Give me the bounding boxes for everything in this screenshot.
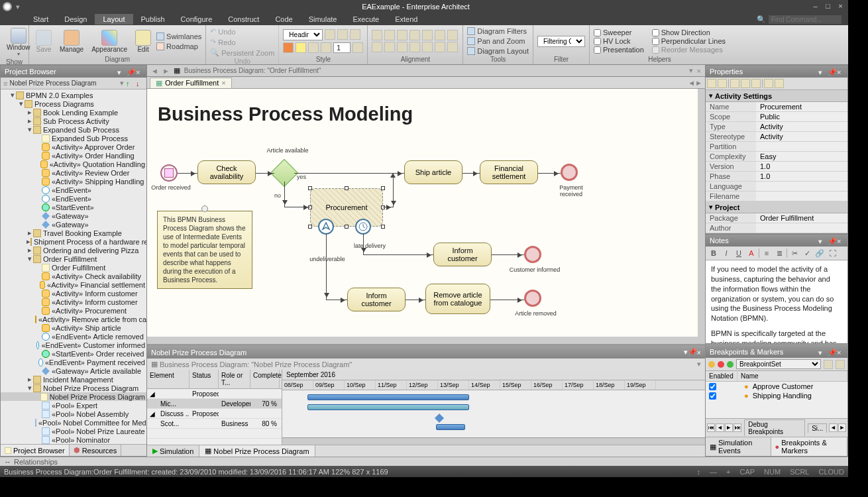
- props-tb-3-icon[interactable]: [730, 79, 739, 88]
- notes-text[interactable]: If you need to model the activity of a b…: [706, 260, 847, 343]
- space-v-icon[interactable]: [384, 42, 395, 52]
- props-row[interactable]: Version1.0: [706, 162, 847, 172]
- tree-node[interactable]: «Activity» Procurement: [1, 306, 146, 315]
- manage-button[interactable]: Manage: [57, 28, 86, 54]
- bp-btn1-icon[interactable]: [708, 361, 715, 368]
- col-complete[interactable]: Complete: [250, 370, 280, 388]
- swimlanes-button[interactable]: Swimlanes: [156, 32, 201, 41]
- tree-node[interactable]: «EndEvent» Payment received: [1, 358, 146, 366]
- italic-icon[interactable]: I: [721, 248, 732, 258]
- tab-debug-breakpoints[interactable]: Debug Breakpoints: [744, 419, 805, 436]
- tree-node[interactable]: «EndEvent»: [1, 186, 146, 194]
- col-status[interactable]: Status: [190, 370, 219, 388]
- props-section[interactable]: ▾Activity Settings: [706, 90, 847, 102]
- tree-node[interactable]: ▸Ordering and delivering Pizza: [1, 246, 146, 254]
- show-direction-check[interactable]: [652, 29, 659, 36]
- tree-node[interactable]: «Activity» Order Handling: [1, 151, 146, 160]
- tree-node[interactable]: «Pool» Expert: [1, 401, 146, 410]
- tree-node[interactable]: ▸Book Lending Example: [1, 108, 146, 117]
- align-top-icon[interactable]: [397, 30, 407, 40]
- hvlock-check[interactable]: [594, 38, 601, 45]
- node-financial-settlement[interactable]: Financial settlement: [480, 160, 538, 184]
- tree-node[interactable]: ▾Expanded Sub Process: [1, 125, 146, 134]
- gantt-pin-icon[interactable]: 📌: [688, 348, 697, 357]
- tree-node[interactable]: ▾Nobel Prize Process Diagram: [1, 384, 146, 392]
- tree-node[interactable]: «EndEvent» Article removed: [1, 332, 146, 341]
- node-inform-customer-2[interactable]: Inform customer: [347, 288, 406, 311]
- props-section[interactable]: ▾Project: [706, 201, 847, 213]
- nav-last-icon[interactable]: ⏭: [733, 423, 741, 432]
- props-tb-7-icon[interactable]: [775, 79, 784, 88]
- tree-node[interactable]: «Gateway»: [1, 211, 146, 220]
- tree-node[interactable]: «Activity» Remove article from catalogue: [1, 315, 146, 323]
- node-remove-article[interactable]: Remove article from catalogue: [425, 284, 490, 314]
- gantt-row[interactable]: ◢Proposed: [147, 389, 282, 399]
- bp-delete-icon[interactable]: [836, 360, 845, 369]
- node-ship-article[interactable]: Ship article: [404, 160, 462, 184]
- menu-extend[interactable]: Extend: [387, 14, 425, 25]
- style-copy-icon[interactable]: [350, 29, 360, 40]
- breakpoint-set-select[interactable]: BreakpointSet: [736, 359, 821, 369]
- qt-dropdown-icon[interactable]: ▾: [16, 3, 20, 11]
- props-row[interactable]: ComplexityEasy: [706, 152, 847, 162]
- pane-menu-icon[interactable]: ▾: [117, 68, 124, 75]
- tree-node[interactable]: ▸Shipment Process of a hardware retailer: [1, 237, 146, 246]
- props-row[interactable]: StereotypeActivity: [706, 132, 847, 142]
- nav-scroll-r-icon[interactable]: ►: [838, 423, 846, 432]
- tree-down-icon[interactable]: ↓: [136, 80, 144, 87]
- menu-construct[interactable]: Construct: [220, 14, 267, 25]
- style-save-icon[interactable]: [337, 29, 348, 40]
- tree-node[interactable]: «EndEvent»: [1, 194, 146, 203]
- tree-node[interactable]: «Activity» Inform customer: [1, 289, 146, 298]
- pin-icon[interactable]: 📌: [127, 68, 133, 75]
- gantt-close-icon[interactable]: ×: [697, 349, 701, 357]
- tree-node[interactable]: «Activity» Check availability: [1, 272, 146, 280]
- col-enabled[interactable]: Enabled: [706, 371, 737, 381]
- same-height-icon[interactable]: [409, 42, 420, 52]
- presentation-check[interactable]: [594, 46, 601, 54]
- spell-icon[interactable]: ✓: [802, 248, 812, 258]
- tree-node[interactable]: «Pool» Nobel Prize Laureate: [1, 427, 146, 435]
- tab-close-icon[interactable]: ×: [221, 79, 225, 87]
- notes-close-icon[interactable]: ×: [837, 237, 843, 244]
- list-bullet-icon[interactable]: ≡: [761, 248, 772, 258]
- gantt-hscroll[interactable]: [282, 437, 705, 445]
- status-sync-icon[interactable]: ↕: [697, 468, 701, 476]
- font-color-icon[interactable]: A: [746, 248, 757, 258]
- doc-menu-icon[interactable]: ▾: [689, 66, 693, 75]
- notes-pin-icon[interactable]: 📌: [828, 237, 834, 244]
- props-row[interactable]: Partition: [706, 142, 847, 152]
- appearance-button[interactable]: Appearance: [89, 28, 130, 54]
- pane-close-icon[interactable]: ×: [136, 68, 142, 75]
- breadcrumb-icon[interactable]: ≡: [3, 80, 7, 87]
- doc-tab-order-fulfillment[interactable]: ▦Order Fulfillment×: [150, 78, 232, 88]
- props-tb-1-icon[interactable]: [707, 79, 716, 88]
- props-menu-icon[interactable]: ▾: [818, 68, 825, 75]
- col-element[interactable]: Element: [147, 370, 190, 388]
- menu-design[interactable]: Design: [56, 14, 95, 25]
- menu-simulate[interactable]: Simulate: [301, 14, 345, 25]
- tree-node[interactable]: «Pool» Nominator: [1, 435, 146, 444]
- end-event-customer-informed[interactable]: [524, 246, 541, 263]
- bp-save-icon[interactable]: [824, 360, 833, 369]
- gantt-row[interactable]: Scot...Business ...80 %: [147, 419, 282, 429]
- tree-node[interactable]: ▾BPMN 2.0 Examples: [1, 91, 146, 99]
- underline-icon[interactable]: U: [733, 248, 744, 258]
- find-command-input[interactable]: [769, 15, 841, 24]
- props-tb-5-icon[interactable]: [751, 79, 761, 88]
- same-size-icon[interactable]: [447, 30, 458, 40]
- persistent-zoom-button[interactable]: 🔍Persistent Zoom: [210, 48, 274, 58]
- tabs-scroll-right-icon[interactable]: ►: [695, 79, 702, 87]
- bp-close-icon[interactable]: ×: [837, 349, 843, 355]
- perp-lines-check[interactable]: [652, 38, 659, 45]
- tree-node[interactable]: Expanded Sub Process: [1, 134, 146, 142]
- tabs-scroll-left-icon[interactable]: ◄: [688, 79, 695, 87]
- tree-node[interactable]: «Pool» Nobel Assembly: [1, 410, 146, 418]
- end-event-payment[interactable]: [561, 164, 578, 181]
- align-bottom-icon[interactable]: [409, 30, 420, 40]
- tab-si[interactable]: Si...: [808, 423, 827, 433]
- line-width-input[interactable]: [333, 42, 351, 53]
- bp-pin-icon[interactable]: 📌: [828, 349, 834, 355]
- nav-back-icon[interactable]: ◄: [151, 67, 158, 75]
- end-event-article-removed[interactable]: [524, 290, 541, 307]
